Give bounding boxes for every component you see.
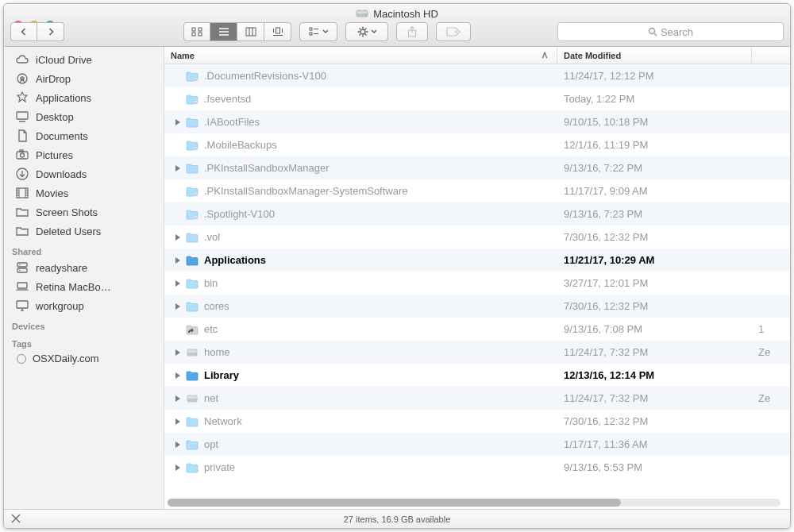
svg-rect-18 <box>310 33 312 35</box>
table-row[interactable]: private9/13/16, 5:53 PM <box>164 456 790 479</box>
table-row[interactable]: .DocumentRevisions-V10011/24/17, 12:12 P… <box>164 64 790 87</box>
table-row[interactable]: .Spotlight-V1009/13/16, 7:23 PM <box>164 202 790 226</box>
sidebar-item-retina-macbo-[interactable]: Retina MacBo… <box>4 277 164 296</box>
disclosure-triangle-icon[interactable] <box>175 257 180 264</box>
search-field[interactable]: Search <box>557 22 784 41</box>
table-row[interactable]: .fseventsdToday, 1:22 PM <box>164 87 790 110</box>
sidebar-item-workgroup[interactable]: workgroup <box>4 296 164 315</box>
sidebar: iCloud DriveAirDropApplicationsDesktopDo… <box>4 47 164 509</box>
disclosure-triangle-icon[interactable] <box>175 303 180 310</box>
tag-icon <box>446 27 461 37</box>
back-button[interactable] <box>10 22 37 41</box>
item-name: .fseventsd <box>204 93 557 105</box>
horizontal-scrollbar[interactable] <box>168 498 781 507</box>
disclosure-triangle-icon[interactable] <box>175 349 180 356</box>
item-date: 3/27/17, 12:01 PM <box>557 277 752 289</box>
item-icon <box>185 71 199 82</box>
sidebar-item-airdrop[interactable]: AirDrop <box>4 69 164 88</box>
action-button[interactable] <box>345 22 388 41</box>
coverflow-view-button[interactable] <box>264 22 291 41</box>
sidebar-item-screen-shots[interactable]: Screen Shots <box>4 202 164 222</box>
disclosure-triangle-icon[interactable] <box>175 234 180 241</box>
sidebar-heading-shared: Shared <box>4 241 164 258</box>
tag-button[interactable] <box>436 22 471 41</box>
table-row[interactable]: Library12/13/16, 12:14 PM <box>164 364 790 387</box>
window-body: iCloud DriveAirDropApplicationsDesktopDo… <box>4 47 790 509</box>
item-icon <box>185 393 199 404</box>
sidebar-item-label: Downloads <box>36 168 87 180</box>
item-name: Network <box>204 415 557 427</box>
table-row[interactable]: .PKInstallSandboxManager-SystemSoftware1… <box>164 179 790 202</box>
item-name: opt <box>204 438 557 450</box>
disclosure-triangle-icon[interactable] <box>175 441 180 448</box>
columns-icon <box>245 27 256 37</box>
item-date: 9/13/16, 7:23 PM <box>557 208 752 220</box>
table-row[interactable]: cores7/30/16, 12:32 PM <box>164 295 790 318</box>
icon-view-button[interactable] <box>183 22 210 41</box>
item-name: Library <box>204 369 557 381</box>
item-icon <box>185 347 199 358</box>
item-date: 11/24/17, 12:12 PM <box>557 70 752 82</box>
arrange-button[interactable] <box>299 22 337 41</box>
sidebar-item-readyshare[interactable]: readyshare <box>4 258 164 277</box>
item-icon <box>185 301 199 312</box>
disclosure-triangle-icon[interactable] <box>175 372 180 379</box>
sidebar-item-label: Screen Shots <box>36 206 98 218</box>
item-icon <box>185 94 199 105</box>
svg-rect-54 <box>17 268 27 272</box>
path-bar-toggle-icon[interactable] <box>10 513 21 524</box>
sidebar-item-icloud-drive[interactable]: iCloud Drive <box>4 50 164 69</box>
toolbar: Search <box>10 22 784 41</box>
sidebar-item-documents[interactable]: Documents <box>4 126 164 145</box>
list-view-button[interactable] <box>210 22 237 41</box>
column-header-date[interactable]: Date Modified <box>557 47 752 64</box>
column-view-button[interactable] <box>237 22 264 41</box>
chevron-down-icon <box>322 29 329 34</box>
sidebar-item-desktop[interactable]: Desktop <box>4 107 164 126</box>
disclosure-triangle-icon[interactable] <box>175 165 180 172</box>
table-row[interactable]: net11/24/17, 7:32 PMZe <box>164 387 790 410</box>
item-icon <box>185 416 199 427</box>
scrollbar-thumb[interactable] <box>168 499 621 507</box>
forward-button[interactable] <box>37 22 64 41</box>
disclosure-triangle-icon[interactable] <box>175 418 180 425</box>
column-header-rest[interactable] <box>752 47 790 64</box>
item-name: bin <box>204 277 557 289</box>
table-row[interactable]: home11/24/17, 7:32 PMZe <box>164 341 790 364</box>
table-row[interactable]: .PKInstallSandboxManager9/13/16, 7:22 PM <box>164 156 790 179</box>
item-name: .MobileBackups <box>204 139 557 151</box>
disk-icon <box>356 7 368 20</box>
share-button[interactable] <box>396 22 428 41</box>
item-name: .DocumentRevisions-V100 <box>204 70 557 82</box>
chevron-right-icon <box>47 28 55 36</box>
disclosure-triangle-icon[interactable] <box>175 395 180 402</box>
disclosure-triangle-icon[interactable] <box>175 280 180 287</box>
sidebar-item-downloads[interactable]: Downloads <box>4 164 164 183</box>
item-date: 1/17/17, 11:36 AM <box>557 438 752 450</box>
item-date: 11/21/17, 10:29 AM <box>557 254 752 266</box>
table-row[interactable]: opt1/17/17, 11:36 AM <box>164 433 790 456</box>
sidebar-item-movies[interactable]: Movies <box>4 183 164 202</box>
sidebar-item-applications[interactable]: Applications <box>4 88 164 107</box>
item-date: 11/24/17, 7:32 PM <box>557 346 752 358</box>
svg-rect-57 <box>17 283 27 288</box>
table-row[interactable]: .MobileBackups12/1/16, 11:19 PM <box>164 133 790 156</box>
sidebar-item-deleted-users[interactable]: Deleted Users <box>4 222 164 241</box>
svg-rect-3 <box>192 28 195 31</box>
table-row[interactable]: .vol7/30/16, 12:32 PM <box>164 226 790 249</box>
table-row[interactable]: bin3/27/17, 12:01 PM <box>164 272 790 295</box>
sidebar-item-label: Movies <box>36 187 68 199</box>
table-row[interactable]: etc9/13/16, 7:08 PM1 <box>164 318 790 341</box>
sidebar-item-pictures[interactable]: Pictures <box>4 145 164 164</box>
table-row[interactable]: .IABootFiles9/10/15, 10:18 PM <box>164 110 790 133</box>
column-header-name[interactable]: Name ᐱ <box>164 47 557 64</box>
table-row[interactable]: Applications11/21/17, 10:29 AM <box>164 249 790 272</box>
table-row[interactable]: Network7/30/16, 12:32 PM <box>164 410 790 433</box>
grid-icon <box>191 27 202 37</box>
disclosure-triangle-icon[interactable] <box>175 119 180 125</box>
disclosure-triangle-icon[interactable] <box>175 465 180 471</box>
sidebar-tag-osxdaily-com[interactable]: OSXDaily.com <box>4 350 164 367</box>
svg-rect-4 <box>198 28 202 31</box>
status-bar: 27 items, 16.9 GB available <box>4 509 790 528</box>
list-icon <box>218 27 229 37</box>
